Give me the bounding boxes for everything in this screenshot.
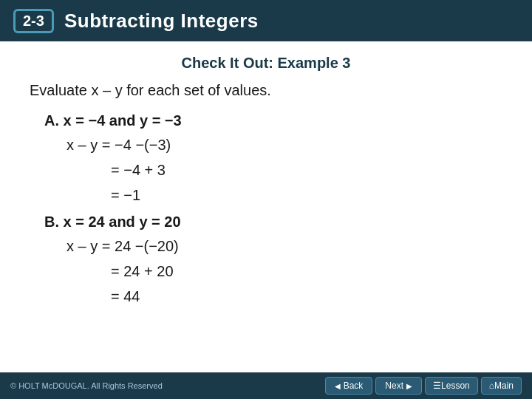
back-label: Back — [344, 381, 364, 391]
section-a-label: A. x = −4 and y = −3 — [44, 112, 502, 129]
section-b-line-1: x – y = 24 −(−20) — [66, 235, 502, 257]
lesson-icon: ☰ — [433, 381, 441, 391]
section-a-line-1: x – y = −4 −(−3) — [66, 134, 502, 156]
nav-buttons: ◀ Back Next ▶ ☰ Lesson ⌂ Main — [325, 377, 522, 395]
copyright-text: © HOLT McDOUGAL. All Rights Reserved — [10, 381, 163, 390]
next-arrow-icon: ▶ — [406, 382, 412, 390]
section-b: B. x = 24 and y = 20 x – y = 24 −(−20) =… — [44, 214, 502, 307]
section-b-line-2: = 24 + 20 — [111, 260, 502, 282]
section-b-label: B. x = 24 and y = 20 — [44, 214, 502, 231]
evaluate-instruction: Evaluate x – y for each set of values. — [30, 82, 502, 99]
section-b-line-3: = 44 — [111, 285, 502, 307]
footer: © HOLT McDOUGAL. All Rights Reserved ◀ B… — [0, 372, 532, 399]
lesson-button[interactable]: ☰ Lesson — [425, 377, 478, 395]
next-button[interactable]: Next ▶ — [375, 377, 422, 395]
main-button[interactable]: ⌂ Main — [481, 377, 522, 395]
header: 2-3 Subtracting Integers — [0, 0, 532, 41]
main-content: Check It Out: Example 3 Evaluate x – y f… — [0, 41, 532, 374]
next-label: Next — [385, 381, 403, 391]
page-title: Subtracting Integers — [64, 10, 259, 33]
section-a-line-3: = −1 — [111, 184, 502, 206]
lesson-label: Lesson — [441, 381, 470, 391]
section-a-line-2: = −4 + 3 — [111, 159, 502, 181]
section-a: A. x = −4 and y = −3 x – y = −4 −(−3) = … — [44, 112, 502, 206]
check-title: Check It Out: Example 3 — [30, 55, 502, 72]
back-button[interactable]: ◀ Back — [325, 377, 373, 395]
lesson-badge: 2-3 — [13, 9, 54, 33]
back-arrow-icon: ◀ — [335, 382, 341, 390]
main-label: Main — [494, 381, 514, 391]
home-icon: ⌂ — [489, 381, 494, 391]
